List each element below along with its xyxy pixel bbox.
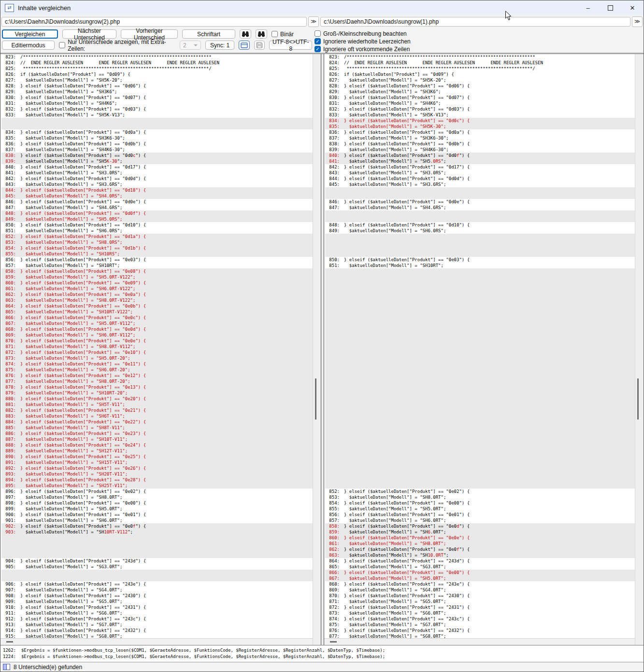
prev-diff-button[interactable]: Vorheriger Unterschied [121,29,178,39]
line-text: } elseif ($aktuelleDaten["Produkt"] == "… [20,396,146,402]
line-text: /***************************************… [344,54,535,60]
line-number: 912: [1,616,16,622]
search-more-button[interactable]: ... [256,29,267,39]
code-line: 835: $aktuelleDaten["Modell"] = "SH5K-30… [325,124,635,129]
line-number: 880: [1,396,16,402]
only-diffs-checkbox[interactable] [59,42,65,48]
line-text: } elseif ($aktuelleDaten["Produkt"] == "… [20,523,146,529]
code-line: 846:} elseif ($aktuelleDaten["Produkt"] … [325,199,635,205]
right-vscrollbar[interactable] [635,54,644,645]
right-hscroll-thumb[interactable] [330,641,337,643]
code-line: 898:} elseif ($aktuelleDaten["Produkt"] … [1,500,313,506]
line-text: } elseif ($aktuelleDaten["Produkt"] == "… [344,616,470,622]
line-number: 842: [325,164,340,170]
diff-gap-row [325,338,635,344]
split-view-button[interactable] [239,41,250,50]
code-line: 866:} elseif ($aktuelleDaten["Produkt"] … [325,570,635,575]
code-line: 844:} elseif ($aktuelleDaten["Produkt"] … [325,176,635,182]
diff-gap-row [1,541,313,546]
right-file-path-input[interactable]: c:\Users\DaehnJ\Downloads\sungrow(1).php [320,17,630,27]
line-number: 825: [1,66,16,71]
ignore-whitespace-checkbox[interactable]: ✓ [315,38,321,44]
line-number: 888: [1,442,16,448]
line-text: } elseif ($aktuelleDaten["Produkt"] == "… [20,361,146,367]
close-button[interactable]: ✕ [621,0,644,15]
save-button[interactable] [254,41,265,50]
path-row: c:\Users\DaehnJ\Downloads\sungrow(2).php… [0,15,644,28]
code-line: 877: $aktuelleDaten["Modell"] = "SG8.0RT… [325,633,635,638]
line-text: $aktuelleDaten["Modell"] = "SH5K-V13"; [20,112,125,118]
line-number: 853: [325,494,340,500]
code-line: 828:} elseif ($aktuelleDaten["Produkt"] … [1,83,313,89]
line-number: 878: [1,384,16,390]
line-number: 849: [1,216,16,222]
left-vscroll-thumb[interactable] [315,378,316,420]
case-sensitive-option[interactable]: Groß-/Kleinschreibung beachten [315,30,644,37]
sync-button[interactable]: Sync: 1 [205,41,235,50]
minimize-button[interactable]: – [577,0,599,15]
font-button[interactable]: Schriftart [182,29,235,39]
ignore-whitespace-option[interactable]: ✓ Ignoriere wiederholte Leerzeichen [315,38,644,45]
encoding-button[interactable]: UTF-8<>UTF-8 [269,41,312,50]
line-text: $aktuelleDaten["Modell"] = "SG6.0RT"; [344,610,446,616]
only-diffs-option[interactable]: Nur Unterschiede anzeigen, mit Extra-Zei… [59,42,175,49]
line-number: 881: [1,402,16,407]
left-code-area[interactable]: 823:/***********************************… [0,54,313,638]
diff-gap-row [325,292,635,297]
right-vscroll-thumb[interactable] [637,378,639,420]
maximize-button[interactable] [599,0,621,15]
left-vscrollbar[interactable] [313,54,321,645]
case-sensitive-checkbox[interactable] [315,30,321,37]
line-number: 863: [325,552,340,558]
diff-gap-row [325,419,635,425]
search-button[interactable] [240,29,251,39]
right-hscrollbar[interactable] [324,638,635,645]
left-hscroll-thumb[interactable] [6,641,13,643]
pane-separator[interactable] [321,54,324,645]
line-number: 828: [1,83,16,89]
line-number: 831: [325,100,340,106]
compare-button[interactable]: Vergleichen [2,29,58,39]
code-line: 833: $aktuelleDaten["Modell"] = "SH5K-V1… [325,112,635,118]
edit-mode-button[interactable]: Editiermodus [2,41,55,50]
line-text: } elseif ($aktuelleDaten["Produkt"] == "… [344,153,470,158]
right-code-area[interactable]: 823:/***********************************… [324,54,635,638]
code-line: 908:} elseif ($aktuelleDaten["Produkt"] … [1,593,313,599]
line-text: $aktuelleDaten["Modell"] = "SH6.0RT-V122… [20,286,135,292]
line-text: } elseif ($aktuelleDaten["Produkt"] == "… [20,628,146,633]
binary-checkbox[interactable] [272,31,278,37]
line-text: } elseif ($aktuelleDaten["Produkt"] == "… [20,315,146,321]
line-text: } elseif ($aktuelleDaten["Produkt"] == "… [20,176,146,182]
line-text: $aktuelleDaten["Modell"] = "SH8.0RT-V122… [20,297,135,303]
line-number: 891: [1,460,16,465]
line-text: } elseif ($aktuelleDaten["Produkt"] == "… [20,222,146,228]
line-number: 911: [1,610,16,616]
ignore-common-lines-option[interactable]: ✓ Ignoriere oft vorkommende Zeilen [315,45,644,53]
line-number: 837: [1,147,16,153]
next-diff-button[interactable]: Nächster Unterschied [62,29,116,39]
line-text: } elseif ($aktuelleDaten["Produkt"] == "… [344,535,470,541]
binary-label: Binär [280,31,294,38]
code-line: 847: $aktuelleDaten["Modell"] = "SH4.6RS… [1,205,313,210]
extra-lines-select[interactable]: 2 [180,41,201,50]
line-number: 914: [1,628,16,633]
left-file-path-input[interactable]: c:\Users\DaehnJ\Downloads\sungrow(2).php [1,17,307,27]
left-path-expand-button[interactable]: ≫ [308,16,319,27]
code-line: 912:} elseif ($aktuelleDaten["Produkt"] … [1,616,313,622]
line-number: 875: [325,622,340,628]
line-number: 869: [325,587,340,593]
left-hscrollbar[interactable] [0,638,313,645]
diff-gap-row [325,378,635,384]
line-number: 852: [1,234,16,239]
line-number: 865: [1,309,16,315]
binary-option[interactable]: Binär [272,30,294,38]
code-line: 837: $aktuelleDaten["Modell"] = "SH4K6-3… [1,147,313,153]
code-line: 836:} elseif ($aktuelleDaten["Produkt"] … [325,129,635,135]
ignore-common-lines-checkbox[interactable]: ✓ [315,46,321,52]
right-path-expand-button[interactable]: ≫ [632,16,643,27]
diff-gap-row [325,367,635,373]
line-text: $aktuelleDaten["Modell"] = "SH6.0RS"; [344,228,446,234]
code-line: 858:} elseif ($aktuelleDaten["Produkt"] … [1,268,313,274]
code-line: 856:} elseif ($aktuelleDaten["Produkt"] … [1,257,313,263]
line-text: $aktuelleDaten["Modell"] = "SH4K6-30"; [344,147,449,153]
